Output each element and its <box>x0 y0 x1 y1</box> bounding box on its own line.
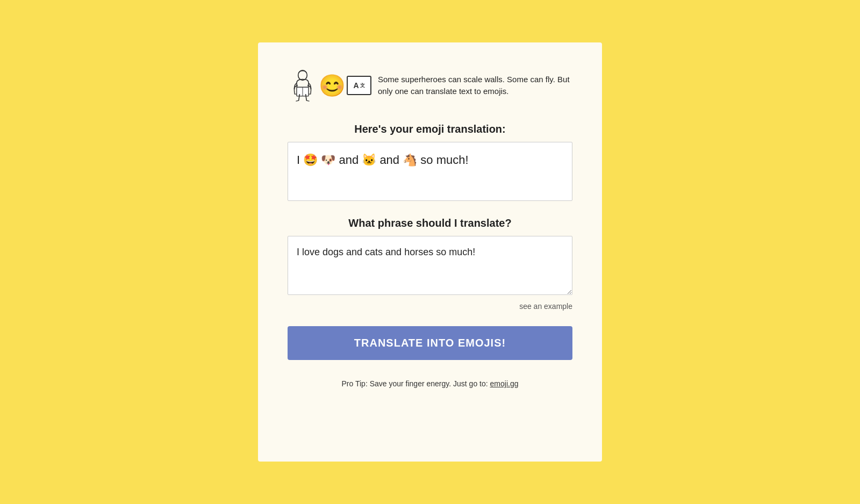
header-icons: 😊 A 文 <box>288 69 371 102</box>
translation-output-box: I 🤩 🐶 and 🐱 and 🐴 so much! <box>288 142 572 201</box>
see-example-link[interactable]: see an example <box>519 302 572 311</box>
pro-tip-link[interactable]: emoji.gg <box>490 379 519 388</box>
pro-tip-text: Pro Tip: Save your finger energy. Just g… <box>342 379 490 388</box>
header-tagline: Some superheroes can scale walls. Some c… <box>378 74 572 98</box>
translate-button[interactable]: TRANSLATE INTO EMOJIS! <box>288 326 572 360</box>
pro-tip: Pro Tip: Save your finger energy. Just g… <box>288 379 572 388</box>
main-card: 😊 A 文 Some superheroes can scale walls. … <box>258 42 602 462</box>
translate-icon: A 文 <box>347 76 371 95</box>
smiley-icon: 😊 <box>320 73 345 98</box>
phrase-input[interactable]: I love dogs and cats and horses so much! <box>288 236 572 295</box>
input-label: What phrase should I translate? <box>288 217 572 229</box>
superhero-icon <box>288 69 318 102</box>
header-section: 😊 A 文 Some superheroes can scale walls. … <box>288 69 572 102</box>
translation-label: Here's your emoji translation: <box>288 123 572 135</box>
input-section: What phrase should I translate? I love d… <box>288 217 572 301</box>
see-example-row: see an example <box>288 301 572 311</box>
translation-output-section: Here's your emoji translation: I 🤩 🐶 and… <box>288 123 572 217</box>
